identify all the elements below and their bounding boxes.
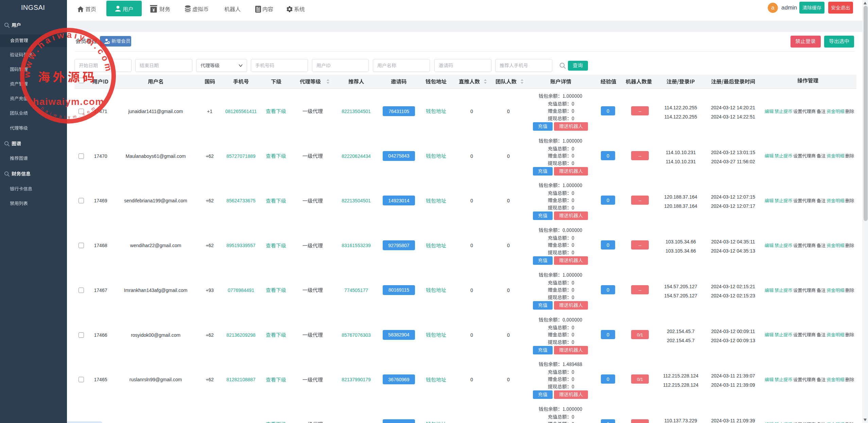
svg-text:haiwaiym.com: haiwaiym.com [33,96,104,107]
svg-text:¥: ¥ [153,8,155,13]
svg-text:www.haiwaiym.com: www.haiwaiym.com [22,30,114,78]
